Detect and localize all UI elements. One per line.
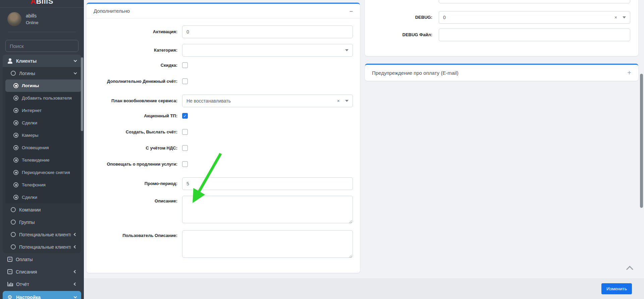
sidebar-item-potential-clients-2[interactable]: Потенциальные клиенты: [3, 241, 81, 253]
discount-checkbox[interactable]: [182, 62, 188, 68]
sidebar-item-clients[interactable]: Клиенты: [3, 55, 81, 67]
minus-square-icon: [7, 269, 12, 274]
circle-icon: [11, 71, 16, 76]
field-label: План возобновление сервиса:: [94, 95, 177, 107]
form-row-create-send-invoice: Создать, Выслать счёт:: [94, 129, 353, 135]
field-label: DEBUG Файл:: [365, 28, 432, 41]
field-label: Описание:: [94, 196, 177, 225]
scroll-to-top-button[interactable]: [626, 265, 635, 272]
sidebar-item-settings[interactable]: ⚙ Настройка: [3, 291, 81, 299]
textarea-wrap: [182, 196, 353, 225]
sidebar-item-telephony[interactable]: Телефония: [5, 179, 81, 191]
chevron-left-icon: [74, 283, 77, 286]
sidebar-item-periodic-charges[interactable]: Периодические снятия: [5, 166, 81, 179]
sidebar-item-tv[interactable]: Телевидение: [5, 154, 81, 166]
sidebar-item-report[interactable]: Отчёт: [3, 278, 81, 290]
sidebar-item-add-user[interactable]: Добавить пользователя: [5, 92, 81, 104]
select-value: 0: [443, 15, 614, 20]
sidebar-item-payments[interactable]: Оплаты: [3, 253, 81, 265]
dot-circle-icon: [13, 83, 18, 88]
sidebar-item-label: Сделки: [22, 120, 76, 125]
circle-icon: [11, 244, 16, 249]
dot-circle-icon: [13, 133, 18, 138]
card-header: Дополнительно –: [87, 4, 360, 18]
service-renewal-select[interactable]: Не восстанавливать ×: [182, 95, 353, 107]
dot-circle-icon: [13, 195, 18, 200]
sidebar-item-label: Телевидение: [22, 158, 76, 163]
sidebar-item-cameras[interactable]: Камеры: [5, 129, 81, 141]
chevron-down-icon: [74, 295, 77, 298]
form-row-promo-period: Промо-период:: [94, 177, 353, 190]
field-label: Создать, Выслать счёт:: [94, 129, 177, 135]
sidebar-item-deals-2[interactable]: Сделки: [5, 191, 81, 203]
sidebar-item-companies[interactable]: Компании: [3, 203, 81, 216]
field-label: Промо-период:: [94, 177, 177, 190]
extra-money-account-checkbox[interactable]: [182, 78, 188, 84]
promo-period-input[interactable]: [182, 177, 353, 190]
dot-circle-icon: [13, 158, 18, 163]
sidebar-item-internet[interactable]: Интернет: [5, 104, 81, 117]
sidebar-item-logins[interactable]: Логины: [5, 79, 81, 92]
chevron-left-icon: [74, 270, 77, 274]
page-scrollbar-thumb[interactable]: [640, 74, 643, 208]
user-panel: abills Online: [0, 8, 84, 32]
field-label: Пользователь Описание:: [94, 230, 177, 259]
activation-input[interactable]: [182, 25, 353, 38]
sidebar-item-label: Списания: [16, 269, 71, 275]
form-row-discount: Скидка:: [94, 62, 353, 68]
card-body: Активация: Категория: Скидка: Дополнител…: [87, 18, 360, 272]
avatar[interactable]: [7, 12, 21, 26]
sidebar-item-deals[interactable]: Сделки: [5, 117, 81, 129]
user-name: abills: [26, 13, 39, 18]
sidebar-item-potential-clients[interactable]: Потенциальные клиенты: [3, 228, 81, 241]
user-icon: [7, 58, 13, 64]
payment-warning-card: Предупреждение про оплату (E-mail) +: [365, 64, 638, 81]
debug-select[interactable]: 0 ×: [439, 11, 630, 24]
circle-icon: [11, 207, 16, 212]
clients-submenu: Логины Логины Добавить пользователя Инте…: [3, 67, 81, 253]
sidebar-item-logins-group[interactable]: Логины: [3, 67, 81, 79]
expand-card-button[interactable]: +: [627, 69, 631, 76]
brand-letter-a: A: [31, 0, 36, 5]
collapse-card-button[interactable]: –: [350, 8, 353, 14]
dot-circle-icon: [13, 108, 18, 113]
submit-button[interactable]: Изменить: [601, 283, 632, 294]
form-row-with-vat: С учётом НДС:: [94, 145, 353, 151]
dot-circle-icon: [13, 170, 18, 175]
create-send-invoice-checkbox[interactable]: [182, 129, 188, 135]
form-row-promo-plan: Акционный ТП:: [94, 113, 353, 119]
additional-settings-card: Дополнительно – Активация: Категория: Ск…: [87, 3, 360, 273]
sidebar-item-groups[interactable]: Группы: [3, 216, 81, 228]
form-row-extra-money-account: Дополнительно Денежный счёт:: [94, 78, 353, 84]
chevron-down-icon: [345, 49, 348, 51]
field-label: Акционный ТП:: [94, 113, 177, 119]
debug-file-input[interactable]: [439, 28, 630, 41]
notify-renewal-checkbox[interactable]: [182, 161, 188, 167]
sidebar-item-charges[interactable]: Списания: [3, 265, 81, 278]
sidebar-scrollbar-thumb[interactable]: [81, 57, 83, 131]
description-textarea[interactable]: [182, 196, 353, 223]
sidebar-item-label: Сделки: [22, 195, 76, 200]
chevron-down-icon: [345, 100, 348, 102]
field-label: Оповещать о продлении услуги:: [94, 161, 177, 167]
debug-settings-card: DEBUG: 0 × DEBUG Файл:: [365, 0, 638, 56]
promo-plan-checkbox[interactable]: [182, 113, 188, 119]
footer-bar: Изменить: [84, 278, 644, 299]
clear-selection-icon[interactable]: ×: [337, 99, 340, 103]
category-select[interactable]: [182, 44, 353, 57]
field-label: Дополнительно Денежный счёт:: [94, 78, 177, 84]
field-label: DEBUG:: [365, 11, 432, 24]
sidebar: ABillS abills Online Клиенты Логины: [0, 0, 84, 299]
sidebar-item-label: Потенциальные клиенты: [19, 232, 71, 237]
sidebar-item-notifications[interactable]: Оповещения: [5, 141, 81, 154]
cropped-top-input[interactable]: [439, 0, 630, 3]
with-vat-checkbox[interactable]: [182, 145, 188, 151]
sidebar-item-label: Группы: [19, 220, 76, 225]
search-input[interactable]: [6, 40, 78, 52]
circle-icon: [11, 220, 16, 225]
form-row-debug: DEBUG: 0 ×: [365, 11, 638, 24]
sidebar-item-label: Оповещения: [22, 145, 76, 150]
user-description-textarea[interactable]: [182, 230, 353, 258]
logo[interactable]: ABillS: [0, 0, 84, 8]
clear-selection-icon[interactable]: ×: [614, 15, 617, 20]
